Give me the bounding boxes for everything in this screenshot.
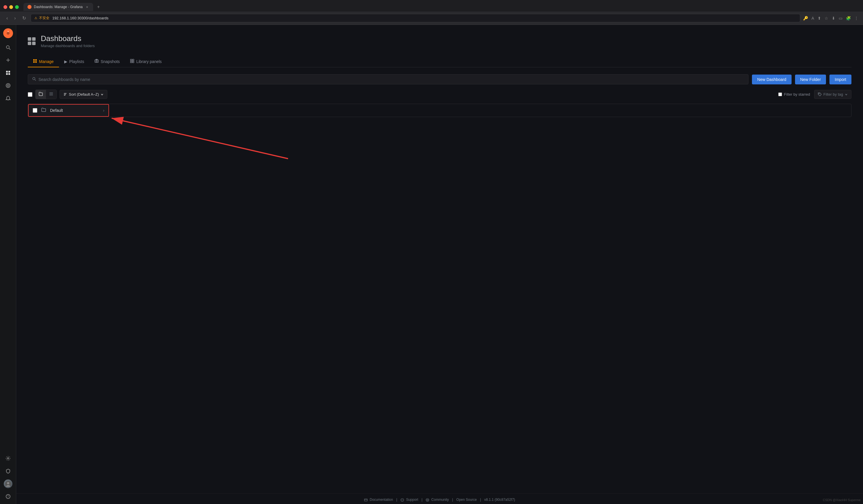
footer-support-link[interactable]: Support bbox=[406, 497, 418, 502]
svg-rect-28 bbox=[130, 59, 132, 61]
sidebar-item-explore[interactable] bbox=[2, 80, 14, 91]
new-folder-button[interactable]: New Folder bbox=[795, 75, 826, 85]
share-icon[interactable]: ⬆ bbox=[817, 16, 821, 21]
svg-point-15 bbox=[7, 458, 9, 459]
toolbar: New Dashboard New Folder Import bbox=[28, 74, 851, 85]
svg-line-33 bbox=[35, 80, 36, 81]
tab-manage-icon bbox=[33, 59, 37, 64]
list-view-button[interactable] bbox=[46, 90, 57, 99]
search-input[interactable] bbox=[38, 77, 744, 82]
filter-tag-dropdown[interactable]: Filter by tag bbox=[814, 90, 851, 99]
svg-point-40 bbox=[819, 93, 819, 94]
page-title: Dashboards bbox=[41, 34, 95, 43]
page-wrapper: Dashboards Manage dashboards and folders bbox=[16, 25, 863, 493]
grafana-logo[interactable] bbox=[3, 28, 13, 38]
tab-manage[interactable]: Manage bbox=[28, 56, 59, 67]
svg-rect-11 bbox=[8, 73, 10, 75]
new-dashboard-button[interactable]: New Dashboard bbox=[752, 75, 791, 85]
filter-row: Sort (Default A–Z) Filter by starred bbox=[28, 90, 851, 99]
sidebar: ? bbox=[0, 25, 16, 504]
sort-label: Sort (Default A–Z) bbox=[69, 92, 99, 96]
svg-rect-8 bbox=[6, 71, 8, 73]
page-header: Dashboards Manage dashboards and folders bbox=[28, 34, 851, 48]
import-button[interactable]: Import bbox=[829, 75, 851, 85]
row-checkbox[interactable] bbox=[33, 108, 37, 113]
filter-starred-checkbox[interactable] bbox=[778, 92, 782, 96]
reload-button[interactable]: ↻ bbox=[21, 15, 28, 22]
browser-toolbar-icons: 🔑 A ⬆ ☆ ⬇ ▭ 🧩 ⋮ bbox=[803, 16, 858, 21]
back-button[interactable]: ‹ bbox=[5, 15, 10, 22]
address-url: 192.168.1.160:30300/dashboards bbox=[52, 16, 109, 20]
folder-view-button[interactable] bbox=[36, 90, 46, 99]
svg-point-26 bbox=[96, 61, 97, 62]
footer: Documentation | ? Support | Community | … bbox=[16, 493, 863, 504]
page-title-block: Dashboards Manage dashboards and folders bbox=[41, 34, 95, 48]
svg-rect-24 bbox=[35, 61, 37, 63]
footer-community-link[interactable]: Community bbox=[431, 497, 449, 502]
sidebar-item-add[interactable] bbox=[2, 54, 14, 66]
sidebar-item-alerting[interactable] bbox=[2, 92, 14, 104]
folder-icon bbox=[41, 107, 46, 113]
svg-text:?: ? bbox=[401, 499, 403, 501]
footer-open-source-link[interactable]: Open Source bbox=[456, 497, 477, 502]
search-box[interactable] bbox=[28, 74, 749, 85]
svg-point-17 bbox=[7, 482, 9, 484]
app-layout: ? Dashboards Manage dashboards and folde… bbox=[0, 25, 863, 504]
footer-documentation-link[interactable]: Documentation bbox=[370, 497, 393, 502]
menu-icon[interactable]: ⋮ bbox=[854, 16, 858, 21]
bookmark-icon[interactable]: ☆ bbox=[825, 16, 828, 21]
svg-rect-10 bbox=[6, 73, 8, 75]
table-row[interactable]: Default › bbox=[28, 104, 109, 117]
tab-library-panels[interactable]: Library panels bbox=[125, 56, 167, 67]
avatar[interactable] bbox=[2, 478, 14, 490]
dashboard-list: Default › bbox=[28, 104, 851, 117]
download-icon[interactable]: ⬇ bbox=[832, 16, 835, 21]
watermark: CSDN @XiaoHH Superme bbox=[823, 498, 861, 502]
tab-snapshots-icon bbox=[95, 59, 99, 64]
forward-button[interactable]: › bbox=[12, 15, 17, 22]
svg-point-0 bbox=[28, 5, 31, 8]
sidebar-bottom: ? bbox=[2, 453, 14, 502]
filter-starred-label[interactable]: Filter by starred bbox=[778, 92, 810, 96]
close-button[interactable] bbox=[3, 5, 7, 9]
new-tab-button[interactable]: + bbox=[94, 2, 103, 12]
content-area: Default › bbox=[28, 104, 851, 117]
address-input[interactable]: ⚠ 不安全 192.168.1.160:30300/dashboards bbox=[31, 14, 800, 22]
sidebar-item-help[interactable]: ? bbox=[2, 491, 14, 502]
svg-text:?: ? bbox=[7, 495, 9, 498]
filter-right: Filter by starred Filter by tag bbox=[778, 90, 851, 99]
security-warning-icon: ⚠ bbox=[34, 16, 37, 20]
sort-select[interactable]: Sort (Default A–Z) bbox=[60, 90, 107, 99]
minimize-button[interactable] bbox=[9, 5, 13, 9]
svg-line-42 bbox=[112, 118, 288, 159]
filter-tag-label: Filter by tag bbox=[823, 92, 843, 96]
svg-rect-43 bbox=[364, 499, 367, 501]
key-icon[interactable]: 🔑 bbox=[803, 16, 808, 21]
tab-snapshots[interactable]: Snapshots bbox=[89, 56, 125, 67]
page-icon-cell-1 bbox=[28, 37, 31, 41]
svg-rect-22 bbox=[35, 59, 37, 61]
sidebar-item-dashboards[interactable] bbox=[2, 67, 14, 79]
tab-playlists[interactable]: ▶ Playlists bbox=[59, 56, 89, 67]
split-view-icon[interactable]: ▭ bbox=[839, 16, 842, 21]
active-tab[interactable]: Dashboards: Manage - Grafana ✕ bbox=[23, 3, 93, 11]
maximize-button[interactable] bbox=[15, 5, 19, 9]
tab-library-panels-label: Library panels bbox=[136, 59, 162, 64]
translate-icon[interactable]: A bbox=[812, 16, 814, 21]
svg-point-2 bbox=[7, 32, 10, 35]
svg-rect-3 bbox=[8, 31, 8, 32]
sidebar-item-configuration[interactable] bbox=[2, 453, 14, 464]
extensions-icon[interactable]: 🧩 bbox=[846, 16, 851, 21]
svg-rect-27 bbox=[96, 59, 97, 60]
svg-rect-21 bbox=[33, 59, 35, 61]
svg-line-5 bbox=[9, 48, 10, 50]
select-all-checkbox[interactable] bbox=[28, 92, 33, 97]
sidebar-item-shield[interactable] bbox=[2, 465, 14, 477]
tab-favicon-icon bbox=[27, 5, 32, 9]
sidebar-item-search[interactable] bbox=[2, 42, 14, 53]
tab-snapshots-label: Snapshots bbox=[101, 59, 120, 64]
page-subtitle: Manage dashboards and folders bbox=[41, 44, 95, 48]
tab-close-button[interactable]: ✕ bbox=[85, 5, 89, 9]
address-warning-text: 不安全 bbox=[39, 16, 49, 21]
search-icon bbox=[32, 77, 36, 82]
